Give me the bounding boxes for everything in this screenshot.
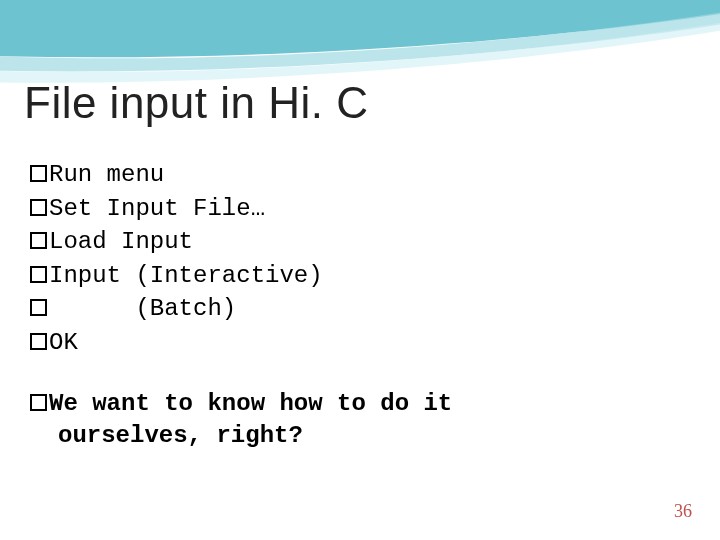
list-item-text: Input (Interactive) bbox=[49, 262, 323, 289]
emphasis-line-cont: ourselves, right? bbox=[58, 420, 680, 452]
list-item-text: Set Input File… bbox=[49, 195, 265, 222]
bullet-icon bbox=[30, 232, 47, 249]
list-item: (Batch) bbox=[30, 292, 680, 326]
list-item: Set Input File… bbox=[30, 192, 680, 226]
slide-body: Run menu Set Input File… Load Input Inpu… bbox=[30, 158, 680, 452]
slide: File input in Hi. C Run menu Set Input F… bbox=[0, 0, 720, 540]
list-item: Load Input bbox=[30, 225, 680, 259]
list-item-text: Run menu bbox=[49, 161, 164, 188]
bullet-icon bbox=[30, 299, 47, 316]
emphasis-line: We want to know how to do it bbox=[30, 388, 680, 420]
bullet-icon bbox=[30, 199, 47, 216]
list-item-text: Load Input bbox=[49, 228, 193, 255]
emphasis-text: We want to know how to do it bbox=[49, 390, 452, 417]
decorative-swoosh bbox=[0, 0, 720, 90]
list-item-text: (Batch) bbox=[49, 295, 236, 322]
list-item: OK bbox=[30, 326, 680, 360]
bullet-icon bbox=[30, 266, 47, 283]
list-item: Run menu bbox=[30, 158, 680, 192]
slide-title: File input in Hi. C bbox=[24, 78, 369, 128]
list-item-text: OK bbox=[49, 329, 78, 356]
bullet-icon bbox=[30, 333, 47, 350]
page-number: 36 bbox=[674, 501, 692, 522]
emphasis-block: We want to know how to do it ourselves, … bbox=[30, 388, 680, 453]
list-item: Input (Interactive) bbox=[30, 259, 680, 293]
bullet-icon bbox=[30, 165, 47, 182]
bullet-icon bbox=[30, 394, 47, 411]
